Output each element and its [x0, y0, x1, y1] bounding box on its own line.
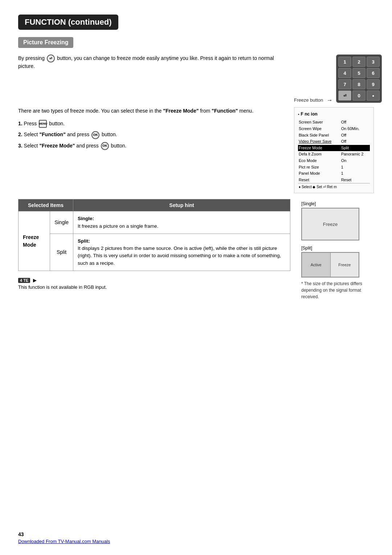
- page-number: 43: [18, 531, 374, 537]
- remote-numpad: 1 2 3 4 5 6 7 8 9 ⏎ 0 ●: [336, 54, 382, 103]
- key-8: 8: [352, 79, 366, 89]
- key-dot: ●: [367, 90, 380, 101]
- key-return: ⏎: [338, 90, 351, 101]
- note-section: 4 TE ▶ This function is not available in…: [18, 278, 290, 290]
- main-title: FUNCTION (continued): [18, 15, 118, 30]
- ok-button-icon-2: OK: [101, 142, 109, 150]
- freeze-mode-table: Selected Items Setup hint Freeze Mode Si…: [18, 199, 290, 271]
- split-preview-label: [Split]: [301, 246, 374, 251]
- menu-item-freezemode: Freeze Mode Split: [298, 145, 370, 151]
- menu-screenshot: ▪ F nc ion Screen Saver Off Screen Wipe …: [294, 107, 374, 193]
- menu-item-panelmode: Panel Mode 1: [298, 170, 370, 177]
- col1-header: Selected Items: [19, 199, 73, 211]
- note-text: This function is not available in RGB in…: [18, 284, 290, 290]
- freeze-button-arrow: →: [327, 97, 332, 104]
- page-wrapper: FUNCTION (continued) Picture Freezing By…: [18, 15, 374, 300]
- key-3: 3: [367, 57, 380, 67]
- key-7: 7: [338, 79, 351, 89]
- menu-item-screensaver: Screen Saver Off: [298, 119, 370, 126]
- menu-item-blackside: Black Side Panel Off: [298, 132, 370, 139]
- footer-link[interactable]: Downloaded From TV-Manual.com Manuals: [18, 539, 374, 544]
- step-1: 1. Press MENU button.: [18, 120, 283, 128]
- split-active-panel: Active: [302, 253, 331, 277]
- single-preview-label: [Single]: [301, 201, 374, 206]
- menu-title-text: F nc ion: [301, 110, 318, 118]
- step-3: 3. Select "Freeze Mode" and press OK but…: [18, 142, 283, 150]
- col2-header: Setup hint: [73, 199, 290, 211]
- split-hint: Split: It displays 2 pictures from the s…: [73, 234, 290, 271]
- note-badge: 4 TE: [18, 278, 30, 283]
- menu-item-screenwipe: Screen Wipe On 60Min.: [298, 126, 370, 132]
- size-note: * The size of the pictures differs depen…: [301, 280, 374, 300]
- menu-item-videopwr: Video Power Save Off: [298, 138, 370, 145]
- freeze-button-icon: ⏎: [47, 54, 55, 62]
- freeze-button-label: Freeze button: [294, 97, 323, 103]
- key-1: 1: [338, 57, 351, 67]
- key-5: 5: [352, 68, 366, 78]
- split-preview-box: Active Freeze: [301, 252, 359, 278]
- split-item: Split: [50, 234, 73, 271]
- menu-button-icon: MENU: [39, 120, 47, 128]
- menu-item-reset: Reset Reset: [298, 177, 370, 183]
- ok-button-icon-1: OK: [91, 131, 99, 139]
- key-2: 2: [352, 57, 366, 67]
- table-header-row: Selected Items Setup hint: [19, 199, 290, 211]
- menu-item-ecomode: Eco Mode On: [298, 158, 370, 164]
- page-footer: 43 Downloaded From TV-Manual.com Manuals: [18, 531, 374, 544]
- single-preview-text: Freeze: [323, 222, 338, 227]
- two-types-para: There are two types of freeze mode. You …: [18, 107, 283, 115]
- single-item: Single: [50, 211, 73, 234]
- intro-paragraph: By pressing ⏎ button, you can change to …: [18, 54, 283, 70]
- steps-section: 1. Press MENU button. 2. Select "Functio…: [18, 120, 283, 150]
- single-preview-box: Freeze: [301, 208, 359, 240]
- single-hint: Single: It freezes a picture on a single…: [73, 211, 290, 234]
- step-2: 2. Select "Function" and press OK button…: [18, 131, 283, 139]
- menu-footer-row: ♦ Select ◆ Set ⏎ Ret rn: [298, 183, 370, 190]
- menu-icon: ▪: [298, 111, 299, 117]
- key-0: 0: [352, 90, 366, 101]
- key-6: 6: [367, 68, 380, 78]
- preview-section: [Single] Freeze [Split] Active Freeze * …: [301, 201, 374, 300]
- menu-item-defaultzoom: Defa lt Zoom Panoramic 2: [298, 151, 370, 158]
- key-9: 9: [367, 79, 380, 89]
- menu-item-pictsize: Pict re Size 1: [298, 164, 370, 171]
- arrow-icon: ▶: [33, 278, 37, 283]
- sub-title: Picture Freezing: [18, 37, 73, 48]
- table-row-split: Split Split: It displays 2 pictures from…: [19, 234, 290, 271]
- split-freeze-panel: Freeze: [331, 253, 359, 277]
- key-4: 4: [338, 68, 351, 78]
- freeze-mode-label: Freeze Mode: [19, 211, 50, 271]
- menu-items-table: Screen Saver Off Screen Wipe On 60Min. B…: [298, 119, 370, 190]
- table-row-single: Freeze Mode Single Single: It freezes a …: [19, 211, 290, 234]
- note-badge-row: 4 TE ▶: [18, 278, 290, 283]
